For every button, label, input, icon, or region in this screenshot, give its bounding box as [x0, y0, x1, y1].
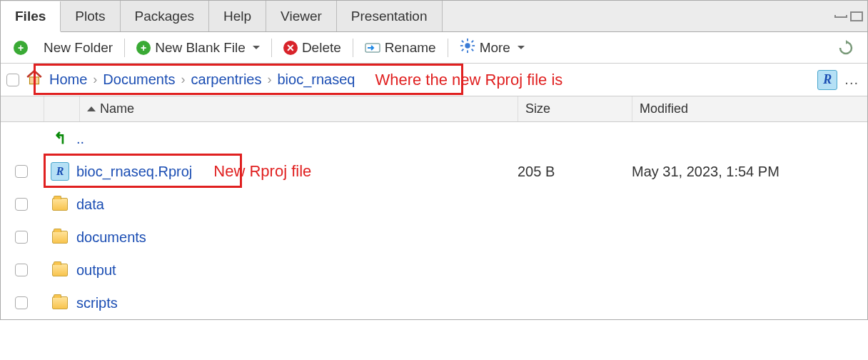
gear-icon [460, 38, 475, 57]
rename-label: Rename [385, 40, 436, 56]
annotation-box-breadcrumb [34, 64, 463, 95]
window-controls [834, 1, 867, 31]
tab-bar: Files Plots Packages Help Viewer Present… [1, 1, 867, 32]
folder-row-scripts: scripts [1, 286, 867, 319]
svg-rect-3 [467, 50, 468, 53]
column-header-row: Name Size Modified [1, 96, 867, 122]
rename-button[interactable]: Rename [358, 37, 443, 59]
select-all-checkbox[interactable] [6, 74, 19, 86]
separator [271, 39, 272, 57]
more-button[interactable]: More [453, 35, 532, 60]
row-checkbox[interactable] [15, 198, 28, 211]
folder-row-data: data [1, 188, 867, 221]
file-list: ↰ .. R bioc_rnaseq.Rproj New Rproj file … [1, 122, 867, 319]
up-arrow-icon: ↰ [54, 129, 66, 148]
tab-packages[interactable]: Packages [121, 1, 209, 31]
column-header-size[interactable]: Size [518, 96, 632, 121]
annotation-box-rproj [44, 154, 242, 188]
separator [353, 39, 353, 57]
svg-rect-7 [471, 49, 474, 51]
svg-rect-5 [472, 45, 475, 46]
svg-rect-2 [467, 39, 468, 41]
minimize-icon[interactable] [834, 15, 847, 18]
tab-plots[interactable]: Plots [61, 1, 120, 31]
folder-link-documents[interactable]: documents [76, 229, 518, 246]
svg-rect-4 [460, 45, 463, 46]
folder-link-data[interactable]: data [76, 196, 518, 213]
plus-icon: + [14, 41, 28, 55]
new-blank-file-label: New Blank File [155, 40, 246, 56]
separator [448, 39, 448, 57]
folder-link-output[interactable]: output [76, 262, 518, 279]
delete-icon: ✕ [283, 41, 298, 55]
folder-row-output: output [1, 254, 867, 286]
column-header-modified[interactable]: Modified [632, 96, 867, 121]
rename-icon [365, 41, 380, 54]
column-header-name[interactable]: Name [79, 96, 518, 121]
file-modified: May 31, 2023, 1:54 PM [632, 164, 867, 180]
svg-rect-8 [461, 49, 464, 51]
more-options-button[interactable]: ... [844, 71, 859, 88]
files-panel: Files Plots Packages Help Viewer Present… [0, 0, 868, 320]
svg-point-1 [465, 43, 470, 48]
tab-viewer[interactable]: Viewer [266, 1, 337, 31]
file-size: 205 B [518, 164, 632, 180]
breadcrumb-bar: Home › Documents › carpentries › bioc_rn… [1, 64, 867, 96]
new-folder-label: New Folder [44, 40, 113, 56]
folder-icon [52, 296, 68, 309]
svg-rect-9 [471, 40, 474, 43]
files-toolbar: + New Folder + New Blank File ✕ Delete R… [1, 32, 867, 64]
new-folder-button[interactable]: + New Folder [6, 37, 120, 59]
folder-link-scripts[interactable]: scripts [76, 295, 518, 311]
row-checkbox[interactable] [15, 231, 28, 244]
folder-icon [52, 198, 68, 211]
more-label: More [480, 40, 510, 56]
parent-directory-row[interactable]: ↰ .. [1, 122, 867, 155]
folder-icon [52, 264, 68, 276]
row-checkbox[interactable] [15, 296, 28, 309]
new-blank-file-button[interactable]: + New Blank File [129, 37, 267, 59]
row-checkbox[interactable] [15, 264, 28, 276]
sort-ascending-icon [87, 106, 96, 111]
tab-presentation[interactable]: Presentation [337, 1, 443, 31]
delete-button[interactable]: ✕ Delete [276, 37, 348, 59]
tab-help[interactable]: Help [209, 1, 266, 31]
separator [124, 39, 125, 57]
svg-rect-6 [461, 40, 464, 43]
parent-directory-link[interactable]: .. [76, 131, 518, 147]
tab-files[interactable]: Files [1, 1, 61, 32]
folder-icon [52, 231, 68, 244]
maximize-icon[interactable] [850, 11, 863, 21]
chevron-down-icon [253, 46, 260, 49]
refresh-button[interactable] [830, 36, 862, 59]
row-checkbox[interactable] [15, 165, 28, 178]
folder-row-documents: documents [1, 221, 867, 254]
file-row-rproj: R bioc_rnaseq.Rproj New Rproj file 205 B… [1, 155, 867, 188]
rproj-icon[interactable]: R [817, 70, 837, 90]
chevron-down-icon [518, 46, 525, 49]
plus-icon: + [136, 41, 151, 55]
delete-label: Delete [302, 40, 341, 56]
